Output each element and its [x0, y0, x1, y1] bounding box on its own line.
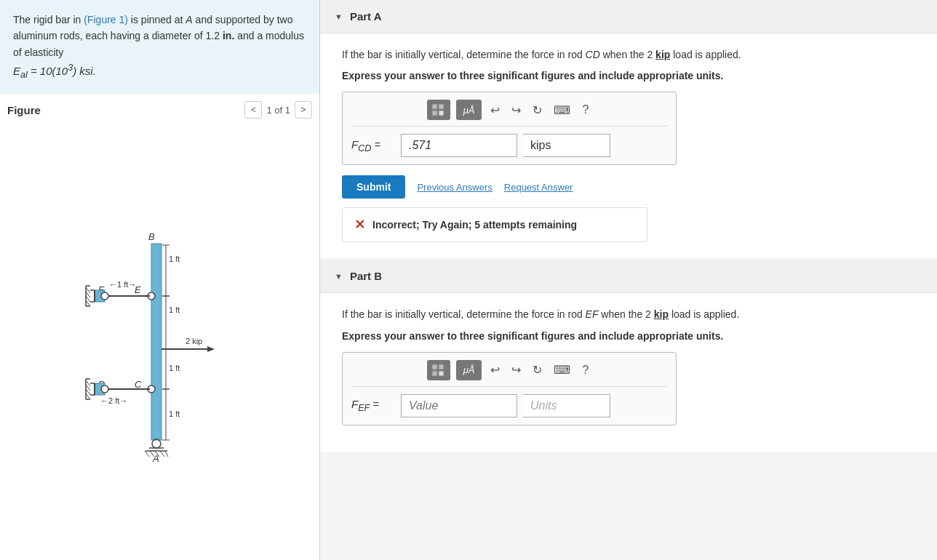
part-b-answer-row: FEF = Units — [351, 394, 667, 417]
part-b-refresh-button[interactable]: ↻ — [530, 361, 545, 378]
part-b-keyboard-button[interactable]: ⌨ — [551, 361, 573, 378]
figure-section: Figure < 1 of 1 > A — [0, 94, 319, 560]
part-b-instruction: Express your answer to three significant… — [342, 330, 915, 342]
svg-text:←1 ft→: ←1 ft→ — [109, 280, 136, 289]
incorrect-icon: ✕ — [354, 217, 365, 233]
svg-line-8 — [165, 451, 168, 457]
svg-rect-71 — [432, 371, 437, 376]
part-a-refresh-button[interactable]: ↻ — [530, 102, 545, 119]
svg-text:B: B — [148, 231, 155, 242]
part-b-undo-button[interactable]: ↩ — [487, 361, 503, 378]
problem-description: The rigid bar in (Figure 1) is pinned at… — [0, 0, 319, 94]
part-b-question: If the bar is initially vertical, determ… — [342, 306, 915, 322]
svg-line-4 — [145, 451, 149, 457]
equation-display: Eal = 10(103) ksi. — [13, 65, 96, 77]
part-b-redo-button[interactable]: ↪ — [509, 361, 524, 378]
part-a-mu-button[interactable]: μÅ — [456, 100, 482, 120]
svg-text:1 ft: 1 ft — [169, 364, 180, 372]
part-b-toolbar: μÅ ↩ ↪ ↻ ⌨ ? — [351, 360, 667, 387]
part-a-incorrect-box: ✕ Incorrect; Try Again; 5 attempts remai… — [342, 207, 647, 242]
part-a-matrix-button[interactable] — [427, 100, 450, 120]
part-a-label: Part A — [350, 10, 382, 23]
part-a-value-input[interactable] — [401, 134, 517, 157]
svg-text:←2 ft→: ←2 ft→ — [100, 396, 127, 405]
figure-nav-label: 1 of 1 — [266, 105, 290, 116]
part-a-help-button[interactable]: ? — [579, 102, 591, 118]
svg-rect-72 — [439, 371, 444, 376]
part-a-chevron: ▼ — [335, 12, 343, 21]
svg-text:1 ft: 1 ft — [169, 255, 180, 263]
svg-text:C: C — [135, 379, 142, 390]
part-a-header[interactable]: ▼ Part A — [320, 0, 937, 33]
part-a-answer-label: FCD = — [351, 138, 395, 153]
svg-rect-69 — [432, 364, 437, 369]
part-b-units-display: Units — [523, 394, 610, 417]
svg-rect-0 — [151, 244, 162, 440]
svg-rect-68 — [439, 111, 444, 116]
figure-next-button[interactable]: > — [295, 101, 312, 119]
svg-text:A: A — [152, 453, 159, 462]
part-a-section: ▼ Part A If the bar is initially vertica… — [320, 0, 937, 258]
part-b-mu-button[interactable]: μÅ — [456, 360, 482, 380]
svg-rect-67 — [432, 111, 437, 116]
part-b-value-input[interactable] — [401, 394, 517, 417]
svg-point-45 — [101, 385, 108, 393]
figure-link[interactable]: (Figure 1) — [84, 14, 128, 25]
svg-text:2 kip: 2 kip — [186, 337, 202, 345]
svg-point-21 — [101, 292, 108, 300]
figure-nav: < 1 of 1 > — [244, 101, 312, 119]
part-b-section: ▼ Part B If the bar is initially vertica… — [320, 260, 937, 451]
part-a-submit-row: Submit Previous Answers Request Answer — [342, 175, 915, 199]
svg-rect-70 — [439, 364, 444, 369]
svg-rect-65 — [432, 104, 437, 109]
part-a-keyboard-button[interactable]: ⌨ — [551, 102, 573, 119]
part-a-previous-answers-button[interactable]: Previous Answers — [417, 182, 492, 193]
figure-header: Figure < 1 of 1 > — [7, 94, 312, 123]
part-a-toolbar: μÅ ↩ ↪ ↻ ⌨ ? — [351, 100, 667, 127]
part-a-question: If the bar is initially vertical, determ… — [342, 47, 915, 63]
left-panel: The rigid bar in (Figure 1) is pinned at… — [0, 0, 320, 560]
svg-point-1 — [152, 439, 161, 448]
figure-title: Figure — [7, 104, 41, 116]
part-a-answer-box: μÅ ↩ ↪ ↻ ⌨ ? FCD = kips — [342, 92, 677, 165]
part-a-incorrect-text: Incorrect; Try Again; 5 attempts remaini… — [372, 219, 577, 231]
svg-rect-66 — [439, 104, 444, 109]
part-a-redo-button[interactable]: ↪ — [509, 102, 524, 119]
figure-canvas: A B 1 ft E F — [7, 123, 312, 553]
svg-line-7 — [160, 451, 164, 457]
part-a-request-answer-button[interactable]: Request Answer — [504, 182, 573, 193]
part-b-header[interactable]: ▼ Part B — [320, 260, 937, 293]
svg-marker-38 — [207, 346, 215, 352]
svg-text:1 ft: 1 ft — [169, 409, 180, 418]
part-b-help-button[interactable]: ? — [579, 362, 591, 378]
figure-diagram: A B 1 ft E F — [51, 215, 269, 462]
svg-text:1 ft: 1 ft — [169, 305, 180, 314]
problem-text-intro: The rigid bar in — [13, 14, 84, 25]
part-a-instruction: Express your answer to three significant… — [342, 70, 915, 81]
right-panel: ▼ Part A If the bar is initially vertica… — [320, 0, 937, 560]
part-b-body: If the bar is initially vertical, determ… — [320, 293, 937, 451]
part-a-units-display: kips — [523, 134, 610, 157]
part-b-label: Part B — [350, 270, 382, 282]
part-b-matrix-button[interactable] — [427, 360, 450, 380]
part-b-answer-box: μÅ ↩ ↪ ↻ ⌨ ? FEF = Units — [342, 352, 677, 425]
figure-prev-button[interactable]: < — [244, 101, 262, 119]
part-a-body: If the bar is initially vertical, determ… — [320, 33, 937, 258]
part-a-submit-button[interactable]: Submit — [342, 175, 405, 199]
part-b-chevron: ▼ — [335, 272, 343, 281]
part-a-answer-row: FCD = kips — [351, 134, 667, 157]
part-a-undo-button[interactable]: ↩ — [487, 102, 503, 119]
part-b-answer-label: FEF = — [351, 398, 395, 413]
